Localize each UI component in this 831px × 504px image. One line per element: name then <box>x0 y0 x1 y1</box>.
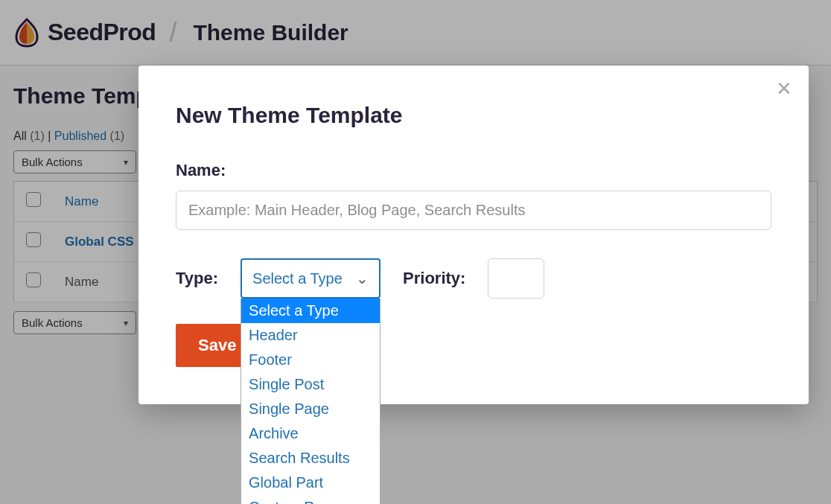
type-option[interactable]: Select a Type <box>241 299 380 323</box>
type-option[interactable]: Custom Page <box>241 495 380 504</box>
close-icon: ✕ <box>776 77 792 100</box>
type-dropdown: Select a Type Header Footer Single Post … <box>241 299 381 504</box>
new-template-modal: ✕ New Theme Template Name: Type: Select … <box>138 66 809 404</box>
type-option[interactable]: Footer <box>241 348 380 372</box>
type-option[interactable]: Global Part <box>241 470 380 495</box>
type-option[interactable]: Header <box>241 323 380 348</box>
type-select[interactable]: Select a Type ⌄ <box>241 258 381 299</box>
priority-input[interactable] <box>488 258 544 299</box>
close-button[interactable]: ✕ <box>776 79 792 98</box>
type-label: Type: <box>176 269 218 288</box>
type-option[interactable]: Archive <box>241 421 380 446</box>
type-option[interactable]: Single Page <box>241 397 380 421</box>
type-option[interactable]: Search Results <box>241 446 380 470</box>
type-option[interactable]: Single Post <box>241 372 380 397</box>
name-input[interactable] <box>176 191 771 230</box>
name-label: Name: <box>176 161 771 180</box>
modal-title: New Theme Template <box>176 103 771 128</box>
priority-label: Priority: <box>403 269 465 288</box>
chevron-down-icon: ⌄ <box>356 269 369 287</box>
